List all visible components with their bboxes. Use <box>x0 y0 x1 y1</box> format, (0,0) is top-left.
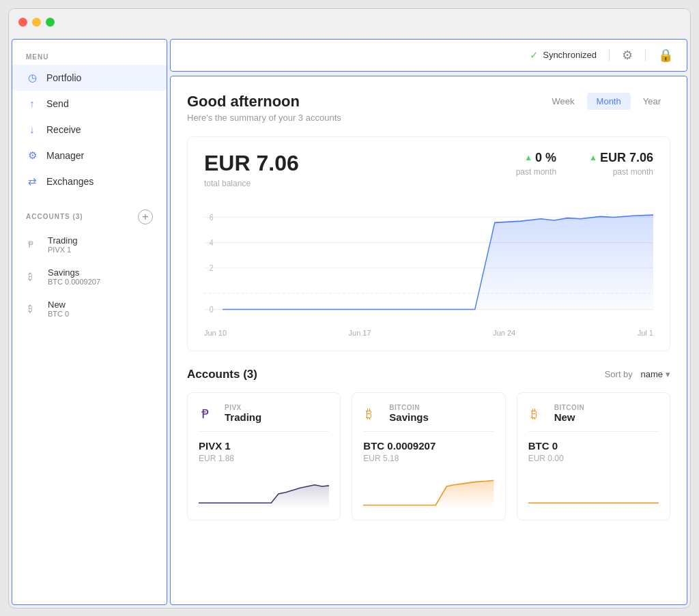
maximize-button[interactable] <box>46 18 55 27</box>
receive-icon: ↓ <box>26 123 38 136</box>
lock-icon[interactable]: 🔒 <box>658 48 673 63</box>
card-header-savings: ₿ BITCOIN Savings <box>363 404 494 423</box>
pivx-icon: Ᵽ <box>26 237 40 251</box>
sort-by-label: Sort by <box>605 369 633 379</box>
card-pivx-icon: Ᵽ <box>199 404 218 423</box>
svg-text:6: 6 <box>210 213 214 222</box>
svg-text:₿: ₿ <box>531 407 537 421</box>
month-period-button[interactable]: Month <box>587 93 631 110</box>
account-balance-trading: PIVX 1 <box>48 246 78 254</box>
card-eur-trading: EUR 1.88 <box>199 454 329 463</box>
balance-left: EUR 7.06 total balance <box>204 151 299 188</box>
card-divider-savings <box>363 431 494 432</box>
account-info-trading: Trading PIVX 1 <box>48 235 78 254</box>
week-period-button[interactable]: Week <box>543 93 584 110</box>
close-button[interactable] <box>18 18 27 27</box>
card-eur-savings: EUR 5.18 <box>363 454 494 463</box>
greeting-subtitle: Here's the summary of your 3 accounts <box>187 113 341 123</box>
svg-text:₿: ₿ <box>28 304 33 314</box>
divider-1 <box>609 49 610 61</box>
account-balance-savings: BTC 0.0009207 <box>48 278 100 286</box>
sort-by-control[interactable]: Sort by name ▾ <box>605 369 670 379</box>
account-card-trading[interactable]: Ᵽ PIVX Trading PIVX 1 EUR 1.88 <box>187 392 341 520</box>
content-area: ✓ Synchronized ⚙ 🔒 Good afternoon Here's… <box>170 36 690 608</box>
stat-eur-value: ▲ EUR 7.06 <box>589 151 653 165</box>
account-item-savings[interactable]: ₿ Savings BTC 0.0009207 <box>12 261 167 293</box>
account-cards: Ᵽ PIVX Trading PIVX 1 EUR 1.88 <box>187 392 670 520</box>
account-item-trading[interactable]: Ᵽ Trading PIVX 1 <box>12 229 167 261</box>
settings-icon[interactable]: ⚙ <box>622 48 633 63</box>
app-window: MENU ◷ Portfolio ↑ Send ↓ Receive ⚙ Mana… <box>8 8 691 608</box>
top-bar: ✓ Synchronized ⚙ 🔒 <box>170 39 687 72</box>
card-divider-trading <box>199 431 329 432</box>
x-label-jul1: Jul 1 <box>638 329 653 337</box>
card-balance-savings: BTC 0.0009207 <box>363 440 494 452</box>
sidebar-item-manager[interactable]: ⚙ Manager <box>12 143 167 168</box>
sidebar-label-manager: Manager <box>46 150 84 161</box>
card-account-new: New <box>554 411 585 423</box>
svg-text:2: 2 <box>210 263 214 272</box>
sidebar-item-portfolio[interactable]: ◷ Portfolio <box>12 65 167 91</box>
sidebar-label-portfolio: Portfolio <box>46 72 81 83</box>
balance-label: total balance <box>204 179 299 188</box>
card-account-savings: Savings <box>389 411 429 423</box>
card-header-new: ₿ BITCOIN New <box>528 404 659 423</box>
account-item-new[interactable]: ₿ New BTC 0 <box>12 293 167 325</box>
greeting-block: Good afternoon Here's the summary of you… <box>187 93 341 123</box>
sidebar-item-exchanges[interactable]: ⇄ Exchanges <box>12 168 167 194</box>
svg-text:Ᵽ: Ᵽ <box>28 239 33 250</box>
menu-label: MENU <box>12 46 167 65</box>
send-icon: ↑ <box>26 98 38 110</box>
account-info-savings: Savings BTC 0.0009207 <box>48 267 100 286</box>
sidebar-label-exchanges: Exchanges <box>46 176 94 187</box>
sync-check-icon: ✓ <box>530 49 539 61</box>
balance-amount: EUR 7.06 <box>204 151 299 176</box>
account-name-savings: Savings <box>48 267 100 278</box>
minimize-button[interactable] <box>32 18 41 27</box>
card-title-savings: BITCOIN Savings <box>389 404 429 423</box>
card-divider-new <box>528 431 659 432</box>
sidebar-item-send[interactable]: ↑ Send <box>12 91 167 117</box>
sort-chevron-icon: ▾ <box>666 369 670 379</box>
sync-status: ✓ Synchronized <box>530 49 597 61</box>
accounts-section: Accounts (3) Sort by name ▾ <box>187 368 670 520</box>
account-balance-new: BTC 0 <box>48 310 69 318</box>
account-info-new: New BTC 0 <box>48 299 69 318</box>
btc-savings-icon: ₿ <box>26 269 40 283</box>
sidebar-label-send: Send <box>46 98 69 109</box>
period-buttons: Week Month Year <box>543 93 670 110</box>
year-period-button[interactable]: Year <box>633 93 670 110</box>
add-account-button[interactable]: + <box>138 209 153 224</box>
svg-text:4: 4 <box>210 238 214 247</box>
accounts-section-header: Accounts (3) Sort by name ▾ <box>187 368 670 381</box>
stat-pct-value: ▲ 0 % <box>516 151 556 165</box>
card-balance-trading: PIVX 1 <box>199 440 329 452</box>
x-label-jun24: Jun 24 <box>493 329 515 337</box>
main-layout: MENU ◷ Portfolio ↑ Send ↓ Receive ⚙ Mana… <box>9 36 690 608</box>
svg-text:0: 0 <box>210 305 214 314</box>
card-btc-savings-icon: ₿ <box>363 404 382 423</box>
account-card-savings[interactable]: ₿ BITCOIN Savings BTC 0.0009207 EUR <box>352 392 505 520</box>
arrow-up-icon-pct: ▲ <box>524 153 532 162</box>
manager-icon: ⚙ <box>26 149 38 162</box>
card-chart-new <box>528 471 659 509</box>
balance-stats: ▲ 0 % past month ▲ EUR 7.06 past <box>516 151 653 177</box>
svg-text:₿: ₿ <box>28 272 33 282</box>
balance-card: EUR 7.06 total balance ▲ 0 % past month <box>187 136 670 351</box>
divider-2 <box>645 49 646 61</box>
exchanges-icon: ⇄ <box>26 175 38 188</box>
stat-pct: ▲ 0 % past month <box>516 151 556 177</box>
account-card-new[interactable]: ₿ BITCOIN New BTC 0 EUR 0.00 <box>517 392 670 520</box>
accounts-header: ACCOUNTS (3) + <box>12 203 167 229</box>
sort-value: name <box>640 369 663 379</box>
card-chart-savings <box>363 471 494 509</box>
arrow-up-icon-eur: ▲ <box>589 153 597 162</box>
greeting-title: Good afternoon <box>187 93 341 111</box>
portfolio-content: Good afternoon Here's the summary of you… <box>170 76 687 605</box>
traffic-lights <box>18 18 55 27</box>
x-label-jun10: Jun 10 <box>204 329 227 337</box>
sidebar-item-receive[interactable]: ↓ Receive <box>12 117 167 143</box>
card-title-trading: PIVX Trading <box>225 404 261 423</box>
card-header-trading: Ᵽ PIVX Trading <box>199 404 329 423</box>
stat-eur-label: past month <box>589 167 653 177</box>
